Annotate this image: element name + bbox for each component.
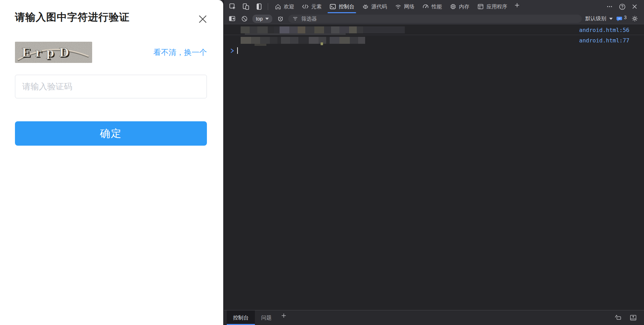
tab-label: 元素 [311,3,322,10]
chevron-down-icon [265,18,269,20]
console-filter [288,15,582,23]
eye-icon [277,15,284,22]
tab-label: 源代码 [371,3,387,10]
live-expression-button[interactable] [276,14,285,23]
redacted-log-content [241,26,405,33]
console-toolbar: top [224,13,644,24]
help-icon [619,3,626,10]
application-icon [477,3,484,10]
devtools-settings-button[interactable] [630,14,639,23]
devtools-help-button[interactable] [616,1,628,12]
performance-gauge-icon [422,3,429,10]
stray-pixel-artifact [321,42,323,45]
rotate-panel-button[interactable] [612,312,624,323]
devtools-tabbar: 欢迎 元素 控制台 [224,0,644,13]
console-log-row: android.html:56 [224,25,644,35]
inspect-element-button[interactable] [227,1,239,12]
console-icon [329,3,336,10]
log-level-value: 默认级别 [585,15,606,22]
tab-label: 控制台 [339,3,354,10]
chevron-down-icon [609,18,613,20]
tab-label: 性能 [432,3,442,10]
filter-input[interactable] [301,16,578,22]
plus-icon [280,312,287,319]
expand-up-icon [629,314,637,322]
captcha-dialog: 请输入图中字符进行验证 [0,0,223,325]
console-prompt[interactable] [224,46,644,56]
captcha-input[interactable] [15,75,207,98]
close-icon [197,13,209,25]
console-messages-area[interactable]: android.html:56 android.html:77 [224,25,644,310]
tab-label: 应用程序 [486,3,507,10]
plus-icon [514,2,521,9]
log-source-link[interactable]: android.html:56 [579,27,630,33]
sources-bug-icon [362,3,369,10]
confirm-button[interactable]: 确定 [15,121,207,146]
focus-panel-icon [255,3,263,10]
home-icon [275,3,281,10]
console-sidebar-toggle[interactable] [227,14,236,23]
tab-label: 网络 [404,3,414,10]
rotate-panel-icon [614,314,622,322]
context-selector-value: top [256,16,263,22]
more-dots-icon [606,3,613,10]
tab-label: 欢迎 [284,3,294,10]
tab-performance[interactable]: 性能 [418,0,446,13]
drawer-tab-console[interactable]: 控制台 [227,310,255,325]
context-selector[interactable]: top [252,15,272,23]
console-sidebar-icon [228,15,236,22]
drawer-tab-label: 控制台 [233,315,249,321]
log-source-link[interactable]: android.html:77 [579,37,630,44]
clear-icon [241,15,248,22]
drawer-tab-issues[interactable]: 问题 [255,310,278,325]
dialog-close-button[interactable] [197,13,209,25]
close-icon [631,3,638,10]
drawer-tab-label: 问题 [261,315,272,321]
inspect-icon [229,3,236,10]
tab-network[interactable]: 网络 [391,0,418,13]
tab-welcome[interactable]: 欢迎 [271,0,298,13]
captcha-refresh-link[interactable]: 看不清，换一个 [153,47,207,58]
console-log-row: android.html:77 [224,35,644,46]
expand-panel-button[interactable] [627,312,639,323]
tab-console[interactable]: 控制台 [325,0,358,13]
tab-application[interactable]: 应用程序 [473,0,511,13]
devtools-close-button[interactable] [629,1,641,12]
device-toolbar-icon [242,3,250,10]
devtools-more-options-button[interactable] [604,1,615,12]
tab-label: 内存 [459,3,469,10]
console-messages-indicator[interactable]: 3 [616,16,627,22]
dialog-title: 请输入图中字符进行验证 [15,10,182,24]
message-count-badge: 3 [624,15,627,20]
screen: 请输入图中字符进行验证 [0,0,644,325]
more-tabs-button[interactable] [511,0,523,10]
redacted-log-content [241,37,365,44]
devtools-panel: 欢迎 元素 控制台 [223,0,644,325]
message-bubble-icon [616,16,622,22]
elements-icon [302,3,309,10]
devtools-drawer-bar: 控制台 问题 [224,310,644,325]
prompt-chevron-icon [230,48,234,54]
captcha-image[interactable]: ErpD ErpD [15,42,92,63]
tab-elements[interactable]: 元素 [298,0,325,13]
toolbar-divider [268,3,268,10]
tab-memory[interactable]: 内存 [446,0,473,13]
filter-icon [292,16,298,22]
log-level-selector[interactable]: 默认级别 [585,15,613,22]
gear-icon [631,15,638,22]
captcha-text: ErpD [22,46,74,59]
drawer-add-tab-button[interactable] [278,310,290,321]
network-wifi-icon [395,3,402,10]
device-toolbar-button[interactable] [240,1,252,12]
clear-console-button[interactable] [240,14,249,23]
memory-chip-icon [450,3,457,10]
text-cursor [237,47,238,54]
focus-mode-button[interactable] [253,1,265,12]
tab-sources[interactable]: 源代码 [358,0,391,13]
